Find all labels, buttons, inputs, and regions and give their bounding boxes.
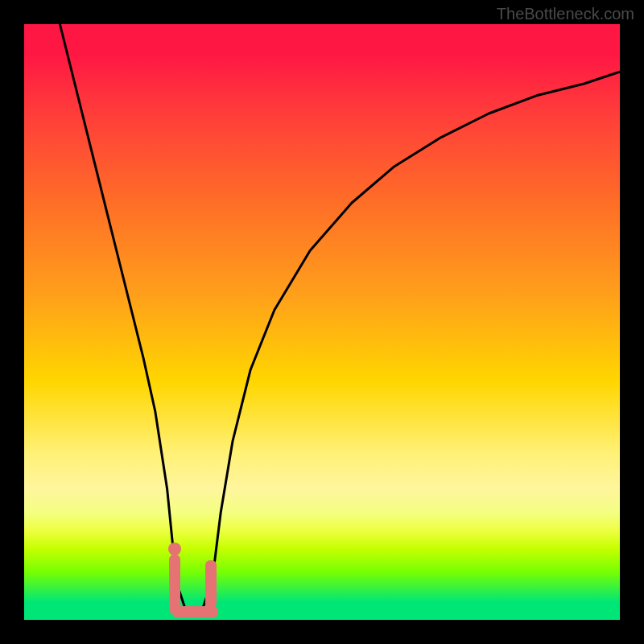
marker-floor [172, 606, 217, 617]
marker-left [169, 555, 180, 614]
chart-container: TheBottleneck.com [0, 0, 644, 644]
watermark-text: TheBottleneck.com [497, 5, 634, 23]
bottleneck-curve [24, 24, 620, 620]
plot-area [24, 24, 620, 620]
marker-right [205, 560, 217, 608]
